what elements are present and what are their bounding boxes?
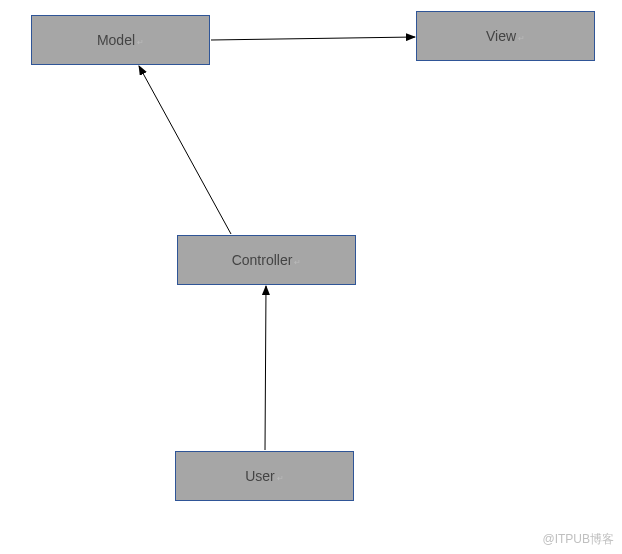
return-glyph-icon: ↵	[294, 258, 301, 267]
watermark: @ITPUB博客	[542, 531, 614, 548]
return-glyph-icon: ↵	[518, 34, 525, 43]
edge-model-to-view	[211, 37, 415, 40]
node-user: User ↵	[175, 451, 354, 501]
edge-controller-to-model	[139, 66, 231, 234]
edge-user-to-controller	[265, 286, 266, 450]
return-glyph-icon: ↵	[277, 474, 284, 483]
node-view-label: View	[486, 28, 516, 44]
node-controller: Controller ↵	[177, 235, 356, 285]
return-glyph-icon: ↵	[137, 38, 144, 47]
node-view: View ↵	[416, 11, 595, 61]
node-model: Model ↵	[31, 15, 210, 65]
node-controller-label: Controller	[232, 252, 293, 268]
node-user-label: User	[245, 468, 275, 484]
node-model-label: Model	[97, 32, 135, 48]
